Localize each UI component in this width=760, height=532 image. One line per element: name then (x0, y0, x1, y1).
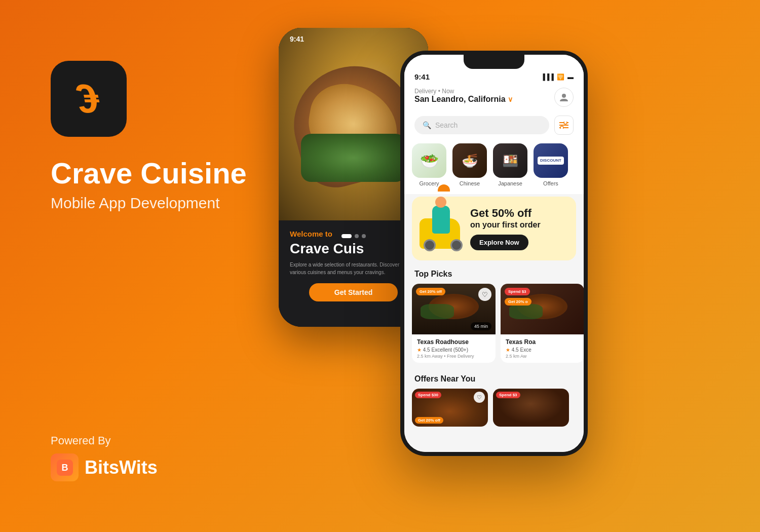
restaurants-row: Get 20% off ♡ 45 min Texas Roadhouse ★ 4… (404, 284, 584, 368)
bitswits-name: BitsWits (85, 457, 158, 478)
category-japanese[interactable]: 🍱 Japanese (493, 143, 527, 186)
discount-badge-2: Get 20% o (505, 298, 531, 306)
search-container: 🔍 Search (404, 113, 584, 141)
delivery-label: Delivery • Now (414, 88, 513, 95)
restaurant-name-1: Texas Roadhouse (417, 338, 490, 346)
powered-label: Powered By (51, 434, 158, 447)
wifi-icon: 🛜 (557, 73, 564, 81)
app-title: Crave Cuisine (51, 157, 247, 189)
phone-front-screen: 9:41 ▐▐▐ 🛜 ▬ Delivery • Now San Leandro,… (404, 55, 584, 452)
offer-img-1: Spend $30 Get 20% off ♡ (412, 389, 488, 427)
grocery-food-visual: 🥗 (412, 143, 446, 178)
explore-now-button[interactable]: Explore Now (470, 235, 528, 250)
grocery-label: Grocery (419, 180, 439, 186)
category-grocery[interactable]: 🥗 Grocery (412, 143, 446, 186)
japanese-food-visual: 🍱 (493, 143, 527, 178)
restaurant-info-1: Texas Roadhouse ★ 4.5 Excellent (500+) 2… (412, 334, 496, 363)
app-icon-letter: € (78, 79, 100, 119)
carousel-dots (341, 234, 366, 238)
dot-1 (341, 234, 352, 238)
restaurant-name-2: Texas Roa (506, 338, 579, 346)
bitswits-icon: B (51, 453, 79, 481)
offers-header: Offers Near You (404, 370, 584, 389)
restaurant-img-2: Spend $3 Get 20% o (501, 284, 584, 334)
restaurant-card-1[interactable]: Get 20% off ♡ 45 min Texas Roadhouse ★ 4… (412, 284, 496, 363)
star-icon-1: ★ (417, 347, 422, 353)
svg-point-4 (564, 122, 567, 124)
offer-discount-1: Get 20% off (415, 417, 443, 424)
top-picks-header: Top Picks (404, 265, 584, 284)
promo-title: Get 50% off (470, 207, 568, 220)
offer-spend-badge-2: Spend $3 (496, 392, 520, 398)
spend-badge-2: Spend $3 (505, 288, 530, 295)
app-header: Delivery • Now San Leandro, California ∨ (404, 84, 584, 113)
app-icon: € (51, 61, 127, 137)
rider-head (435, 197, 446, 208)
search-icon: 🔍 (423, 121, 431, 129)
category-offers[interactable]: DISCOUNT Offers (534, 143, 568, 186)
back-description: Explore a wide selection of restaurants.… (290, 261, 417, 276)
discount-badge-1: Get 20% off (416, 288, 445, 295)
bitswits-logo: B BitsWits (51, 453, 158, 481)
star-icon-2: ★ (506, 347, 510, 353)
restaurant-rating-2: ★ 4.5 Exce (506, 347, 579, 353)
back-app-name: Crave Cuis (290, 241, 417, 257)
categories-row: 🥗 Grocery 🍜 Chinese 🍱 Japanese DIS (404, 141, 584, 194)
signal-icon: ▐▐▐ (541, 73, 554, 81)
offers-visual: DISCOUNT (534, 143, 568, 178)
left-content: Crave Cuisine Mobile App Development (51, 157, 247, 212)
offers-label: Offers (543, 180, 558, 186)
chinese-food-visual: 🍜 (452, 143, 487, 178)
rider-figure (432, 206, 450, 234)
chinese-image: 🍜 (452, 143, 487, 178)
offer-card-2[interactable]: Spend $3 (493, 389, 569, 427)
delivery-info: Delivery • Now San Leandro, California ∨ (414, 88, 513, 104)
offers-section: Offers Near You Spend $30 Get 20% off ♡ … (404, 368, 584, 432)
restaurant-meta-1: 2.5 km Away • Free Delivery (417, 354, 490, 359)
user-avatar[interactable] (554, 88, 574, 107)
svg-point-2 (562, 94, 566, 98)
offers-row: Spend $30 Get 20% off ♡ Spend $3 (404, 389, 584, 427)
restaurant-card-2[interactable]: Spend $3 Get 20% o Texas Roa ★ 4.5 Exce … (501, 284, 584, 363)
restaurant-img-1: Get 20% off ♡ 45 min (412, 284, 496, 334)
back-phone-time: 9:41 (290, 35, 304, 43)
promo-text: Get 50% off on your first order Explore … (470, 207, 568, 250)
get-started-button[interactable]: Get Started (309, 283, 398, 301)
powered-by-section: Powered By B BitsWits (51, 434, 158, 481)
battery-icon: ▬ (567, 73, 574, 81)
search-box[interactable]: 🔍 Search (414, 116, 549, 134)
category-chinese[interactable]: 🍜 Chinese (452, 143, 487, 186)
phone-front: 9:41 ▐▐▐ 🛜 ▬ Delivery • Now San Leandro,… (400, 51, 588, 456)
chevron-down-icon: ∨ (508, 95, 513, 103)
japanese-image: 🍱 (493, 143, 527, 178)
chinese-label: Chinese (460, 180, 480, 186)
restaurant-info-2: Texas Roa ★ 4.5 Exce 2.5 km Aw (501, 334, 584, 363)
search-placeholder: Search (435, 121, 458, 129)
offer-favorite-1[interactable]: ♡ (474, 392, 485, 403)
svg-point-7 (560, 126, 563, 129)
scooter-wheel-front (450, 239, 463, 251)
offers-badge: DISCOUNT (538, 157, 564, 165)
japanese-label: Japanese (498, 180, 522, 186)
location-text: San Leandro, California (414, 95, 506, 104)
grocery-image: 🥗 (412, 143, 446, 178)
favorite-button-1[interactable]: ♡ (478, 288, 491, 301)
svg-text:B: B (61, 463, 68, 473)
delivery-location[interactable]: San Leandro, California ∨ (414, 95, 513, 104)
dot-2 (355, 234, 359, 238)
front-phone-time: 9:41 (414, 72, 430, 81)
restaurant-rating-1: ★ 4.5 Excellent (500+) (417, 347, 490, 353)
restaurant-meta-2: 2.5 km Aw (506, 354, 579, 359)
scooter-wheel-back (424, 239, 436, 251)
offer-img-2: Spend $3 (493, 389, 569, 427)
offer-card-1[interactable]: Spend $30 Get 20% off ♡ (412, 389, 488, 427)
filter-button[interactable] (554, 116, 574, 135)
phone-notch (464, 55, 524, 69)
time-badge-1: 45 min (471, 322, 491, 330)
promo-image (420, 206, 465, 251)
promo-banner: Get 50% off on your first order Explore … (412, 197, 576, 260)
dot-3 (362, 234, 366, 238)
app-subtitle: Mobile App Development (51, 195, 247, 212)
offers-image: DISCOUNT (534, 143, 568, 178)
taco-greens-visual (301, 134, 406, 182)
